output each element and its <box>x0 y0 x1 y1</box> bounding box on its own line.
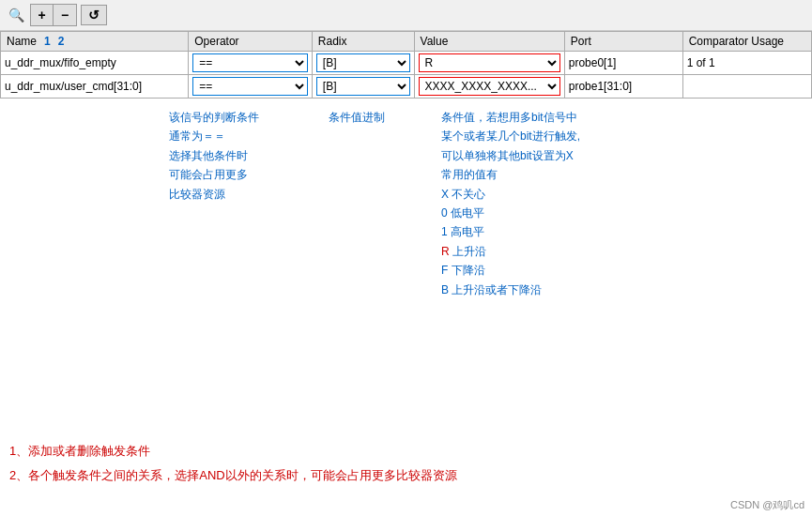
cell-port: probe0[1] <box>564 52 682 75</box>
r-highlight: R <box>441 245 450 258</box>
value-select[interactable]: R <box>419 53 560 72</box>
anno-line: X 不关心 <box>441 185 803 204</box>
anno-line: 该信号的判断条件 <box>169 108 319 127</box>
header-comparator: Comparator Usage <box>682 32 811 52</box>
refresh-button[interactable]: ↺ <box>81 5 107 25</box>
cell-comparator <box>682 75 811 99</box>
cell-name: u_ddr_mux/fifo_empty <box>1 52 189 75</box>
anno-line: 0 低电平 <box>441 204 803 222</box>
operator-select[interactable]: ==!=<<=>>= <box>192 53 308 72</box>
anno-line: 1 高电平 <box>441 222 803 241</box>
search-button[interactable]: 🔍 <box>6 5 26 25</box>
anno-line: R 上升沿 <box>441 242 803 261</box>
cell-value[interactable]: R <box>414 52 564 75</box>
note-1: 1、添加或者删除触发条件 <box>9 439 457 463</box>
anno-line: 常用的值有 <box>441 165 803 184</box>
anno-line: B 上升沿或者下降沿 <box>441 281 803 299</box>
cell-port: probe1[31:0] <box>564 75 682 99</box>
cell-name: u_ddr_mux/user_cmd[31:0] <box>1 75 189 99</box>
search-icon: 🔍 <box>8 8 24 23</box>
cell-operator[interactable]: ==!=<<=>>= <box>189 75 313 99</box>
header-operator: Operator <box>189 32 313 52</box>
add-button[interactable]: + <box>31 5 54 25</box>
value-select[interactable]: XXXX_XXXX_XXXX... <box>419 77 560 96</box>
bottom-notes: 1、添加或者删除触发条件 2、各个触发条件之间的关系，选择AND以外的关系时，可… <box>9 439 457 488</box>
conditions-table: Name 1 2 Operator Radix Value Port Compa… <box>0 31 812 99</box>
anno-line: 可以单独将其他bit设置为X <box>441 146 803 165</box>
annotation-col1: 该信号的判断条件 通常为＝＝ 选择其他条件时 可能会占用更多 比较器资源 <box>169 108 319 299</box>
cell-value[interactable]: XXXX_XXXX_XXXX... <box>414 75 564 99</box>
watermark: CSDN @鸡叽cd <box>730 498 804 512</box>
annotation-area: 该信号的判断条件 通常为＝＝ 选择其他条件时 可能会占用更多 比较器资源 条件值… <box>0 99 812 304</box>
header-name: Name 1 2 <box>1 32 189 52</box>
anno-line: 选择其他条件时 <box>169 146 319 165</box>
cell-radix[interactable]: [B][H][D][O] <box>312 75 414 99</box>
header-value: Value <box>414 32 564 52</box>
radix-select[interactable]: [B][H][D][O] <box>316 77 410 96</box>
toolbar: 🔍 + − ↺ <box>0 0 812 31</box>
anno-line: 条件值，若想用多bit信号中 <box>441 108 803 127</box>
note-2: 2、各个触发条件之间的关系，选择AND以外的关系时，可能会占用更多比较器资源 <box>9 463 457 488</box>
annotation-col2: 条件值进制 <box>319 108 422 299</box>
operator-select[interactable]: ==!=<<=>>= <box>192 77 308 96</box>
radix-select[interactable]: [B][H][D][O] <box>316 53 410 72</box>
anno-line: 可能会占用更多 <box>169 165 319 184</box>
header-port: Port <box>564 32 682 52</box>
annotation-col3: 条件值，若想用多bit信号中 某个或者某几个bit进行触发, 可以单独将其他bi… <box>422 108 803 299</box>
header-radix: Radix <box>312 32 414 52</box>
table-row: u_ddr_mux/fifo_empty==!=<<=>>=[B][H][D][… <box>1 52 812 75</box>
anno-line: 某个或者某几个bit进行触发, <box>441 127 803 145</box>
anno-line: 条件值进制 <box>329 108 422 127</box>
anno-line: 比较器资源 <box>169 185 319 204</box>
toolbar-group: + − <box>30 4 77 26</box>
table-row: u_ddr_mux/user_cmd[31:0]==!=<<=>>=[B][H]… <box>1 75 812 99</box>
cell-comparator: 1 of 1 <box>682 52 811 75</box>
cell-operator[interactable]: ==!=<<=>>= <box>189 52 313 75</box>
anno-line: F 下降沿 <box>441 261 803 280</box>
anno-line: 通常为＝＝ <box>169 127 319 145</box>
remove-button[interactable]: − <box>54 5 76 25</box>
cell-radix[interactable]: [B][H][D][O] <box>312 52 414 75</box>
